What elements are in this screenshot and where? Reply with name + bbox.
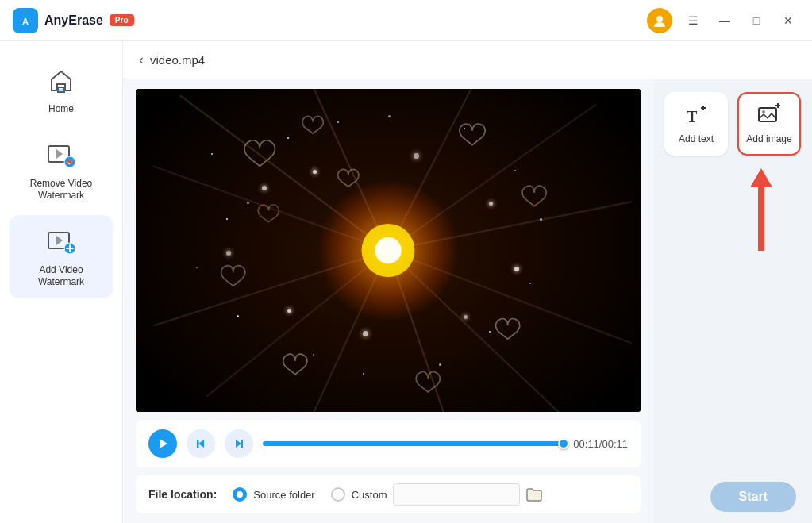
sidebar: Home Remove VideoWatermark [0,41,123,523]
sidebar-item-remove-watermark-label: Remove VideoWatermark [30,178,93,202]
arrow-annotation [663,168,802,251]
app-logo: A [13,8,38,33]
pro-badge: Pro [110,14,134,26]
menu-button[interactable]: ☰ [682,10,704,32]
add-text-label: Add text [679,133,714,144]
custom-path-input[interactable] [393,483,520,506]
svg-text:T: T [687,108,698,125]
svg-rect-32 [197,440,199,448]
remove-watermark-icon [44,138,79,173]
progress-fill [263,441,564,446]
close-button[interactable]: ✕ [777,10,799,32]
video-player [136,89,641,412]
svg-point-2 [656,16,663,22]
svg-point-29 [375,237,401,263]
app-name: AnyErase [44,13,103,28]
svg-point-39 [762,110,765,113]
play-button[interactable] [148,429,177,458]
arrow-shaft [758,187,764,251]
start-button[interactable]: Start [710,482,796,512]
source-folder-radio[interactable] [233,487,247,502]
add-watermark-icon [44,225,79,260]
back-button[interactable]: ‹ [139,52,144,68]
sidebar-item-home-label: Home [48,103,74,116]
breadcrumb-bar: ‹ video.mp4 [123,41,812,79]
titlebar: A AnyErase Pro ☰ — □ ✕ [0,0,812,41]
svg-marker-31 [198,440,204,448]
start-button-container: Start [710,482,796,512]
content-area: 00:11/00:11 File location: Source folder… [123,79,812,523]
user-avatar[interactable] [647,8,672,33]
maximize-button[interactable]: □ [745,10,768,32]
right-panel: T Add text [653,79,812,523]
svg-text:A: A [22,17,29,26]
custom-radio[interactable] [331,487,345,502]
source-folder-label: Source folder [253,489,314,501]
tools-row: T Add text [663,92,802,156]
app-branding: A AnyErase Pro [13,8,134,33]
main-content: ‹ video.mp4 [123,41,812,523]
svg-rect-34 [241,440,244,448]
progress-bar[interactable] [263,441,564,446]
sidebar-item-remove-watermark[interactable]: Remove VideoWatermark [10,129,113,212]
rewind-button[interactable] [187,429,215,458]
svg-rect-4 [57,89,65,92]
video-section: 00:11/00:11 File location: Source folder… [123,79,653,523]
source-folder-option[interactable]: Source folder [233,487,314,502]
sidebar-item-add-watermark-label: Add VideoWatermark [38,264,84,289]
svg-marker-11 [56,236,63,245]
add-text-icon: T [683,103,709,129]
breadcrumb-title: video.mp4 [150,53,205,67]
add-image-label: Add image [746,133,791,144]
forward-button[interactable] [225,429,253,458]
add-image-icon [756,103,782,129]
folder-icon[interactable] [526,487,542,502]
progress-thumb [558,438,569,449]
svg-marker-6 [56,149,63,159]
titlebar-controls: ☰ — □ ✕ [647,8,799,33]
sidebar-item-add-watermark[interactable]: Add VideoWatermark [10,215,113,298]
custom-option[interactable]: Custom [331,483,543,506]
time-display: 00:11/00:11 [573,438,628,450]
sidebar-item-home[interactable]: Home [10,54,113,125]
video-canvas [136,89,641,412]
video-controls: 00:11/00:11 [136,420,641,467]
svg-marker-33 [236,440,241,448]
add-text-button[interactable]: T Add text [664,92,728,156]
file-location-label: File location: [148,488,217,501]
file-location-bar: File location: Source folder Custom [136,475,641,513]
minimize-button[interactable]: — [714,10,736,32]
svg-rect-38 [759,108,776,121]
svg-marker-30 [160,439,167,448]
red-arrow [750,168,772,251]
home-icon [44,63,79,98]
light-rays [136,89,641,412]
radio-check-inner [237,491,243,498]
add-image-button[interactable]: Add image [737,92,801,156]
arrow-head [750,168,772,187]
custom-label: Custom [352,489,387,501]
